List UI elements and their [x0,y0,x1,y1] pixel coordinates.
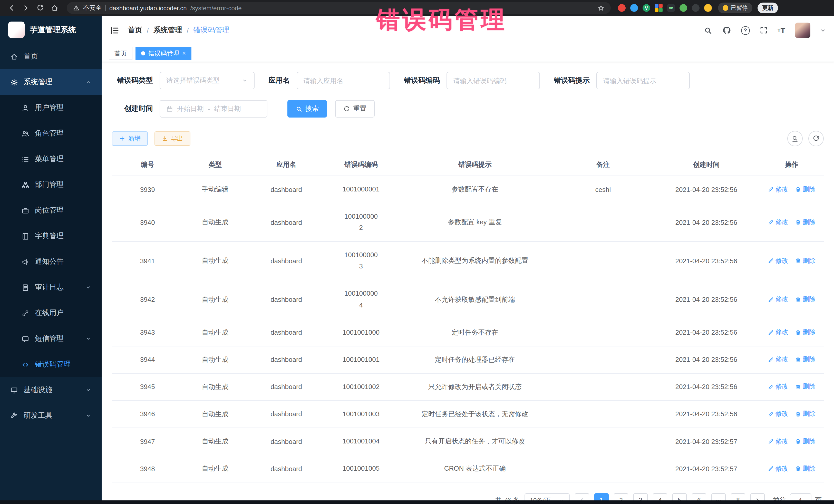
edit-link[interactable]: 修改 [768,295,788,304]
delete-link[interactable]: 删除 [795,218,815,226]
breadcrumb-home[interactable]: 首页 [128,26,153,35]
drop-extension-icon[interactable] [630,4,638,12]
topbar-actions [703,23,826,38]
delete-link[interactable]: 删除 [795,437,815,446]
fullscreen-button[interactable] [759,26,768,35]
sidebar-item-positions[interactable]: 岗位管理 [0,198,102,223]
toggle-search-button[interactable] [787,131,803,146]
edit-link[interactable]: 修改 [768,410,788,419]
back-button[interactable] [5,2,18,14]
header-search-button[interactable] [703,26,712,35]
cell-time: 2021-04-20 23:52:56 [653,319,760,346]
sidebar-item-online-users[interactable]: 在线用户 [0,300,102,326]
cell-hint: 参数配置不存在 [397,176,553,203]
sidebar-item-audit-log[interactable]: 审计日志 [0,275,102,300]
book-icon [22,232,29,240]
home-icon [50,4,58,12]
delete-link[interactable]: 删除 [795,295,815,304]
delete-link[interactable]: 删除 [795,464,815,473]
edit-link[interactable]: 修改 [768,185,788,194]
v-extension-icon[interactable] [642,4,650,12]
sidebar-item-dev-tools[interactable]: 研发工具 [0,403,102,429]
delete-link[interactable]: 删除 [795,382,815,391]
cell-remark [553,346,653,373]
trash-icon [795,411,801,417]
delete-link[interactable]: 删除 [795,328,815,337]
tab-error-codes[interactable]: 错误码管理 × [135,47,192,60]
error-code-input[interactable] [446,72,540,89]
font-size-icon[interactable] [777,26,785,35]
on-badge-extension-icon[interactable] [667,4,675,12]
sidebar-item-home[interactable]: 首页 [0,44,102,69]
sidebar-item-users[interactable]: 用户管理 [0,95,102,120]
breadcrumb-system[interactable]: 系统管理 [153,26,194,35]
collapse-sidebar-button[interactable] [110,25,119,35]
reload-button[interactable] [34,2,46,14]
sidebar-item-roles[interactable]: 角色管理 [0,120,102,146]
cell-type: 自动生成 [183,242,247,280]
delete-link[interactable]: 删除 [795,257,815,265]
edit-link[interactable]: 修改 [768,464,788,473]
close-icon[interactable]: × [182,50,186,57]
home-button[interactable] [48,2,61,14]
search-icon [295,106,302,112]
profile-emoji-icon[interactable] [704,4,712,12]
url-path: /system/error-code [191,4,242,12]
paused-badge[interactable]: 已暂停 [718,3,752,13]
address-bar[interactable]: 不安全 dashboard.yudao.iocoder.cn/system/er… [67,2,611,14]
search-button[interactable]: 搜索 [287,100,327,117]
cell-hint: 定时任务不存在 [397,319,553,346]
error-hint-input[interactable] [596,72,690,89]
delete-link[interactable]: 删除 [795,355,815,364]
chevron-down-icon[interactable] [820,27,826,33]
edit-link[interactable]: 修改 [768,328,788,337]
cell-remark [553,428,653,455]
edit-link[interactable]: 修改 [768,257,788,265]
sidebar-item-error-codes[interactable]: 错误码管理 [0,352,102,377]
sidebar-item-system[interactable]: 系统管理 [0,69,102,95]
cell-actions: 修改 删除 [760,428,824,455]
sidebar-item-dictionary[interactable]: 字典管理 [0,223,102,249]
tab-home[interactable]: 首页 [109,47,132,60]
cell-type: 自动生成 [183,280,247,319]
extensions-area [618,4,712,12]
edit-link[interactable]: 修改 [768,437,788,446]
org-tree-icon [22,181,29,189]
help-icon[interactable] [741,26,750,35]
cell-id: 3943 [112,319,183,346]
edit-link[interactable]: 修改 [768,218,788,226]
cell-code: 1001001000 [325,319,396,346]
select-placeholder: 请选择错误码类型 [166,76,220,85]
cell-type: 自动生成 [183,400,247,428]
system-submenu: 用户管理 角色管理 菜单管理 部门管理 [0,95,102,377]
pencil-icon [768,357,774,363]
forward-button[interactable] [20,2,32,14]
red-extension-icon[interactable] [618,4,626,12]
sidebar-item-departments[interactable]: 部门管理 [0,172,102,198]
sidebar-item-infrastructure[interactable]: 基础设施 [0,377,102,403]
refresh-table-button[interactable] [808,131,824,146]
edit-link[interactable]: 修改 [768,382,788,391]
update-button[interactable]: 更新 [758,3,778,13]
sidebar-item-notices[interactable]: 通知公告 [0,249,102,275]
user-avatar[interactable] [795,23,810,38]
refresh-icon [812,135,820,142]
cell-actions: 修改 删除 [760,203,824,241]
blocks-extension-icon[interactable] [655,4,663,12]
sidebar-item-menus[interactable]: 菜单管理 [0,146,102,172]
delete-link[interactable]: 删除 [795,185,815,194]
sidebar-item-sms[interactable]: 短信管理 [0,326,102,352]
edit-link[interactable]: 修改 [768,355,788,364]
bookmark-star-icon[interactable] [597,4,605,12]
add-button[interactable]: 新增 [112,131,148,146]
pin-extension-icon[interactable] [692,4,700,12]
app-name-input[interactable] [297,72,390,89]
github-button[interactable] [722,26,731,35]
date-range-picker[interactable]: 开始日期 - 结束日期 [160,100,267,117]
delete-link[interactable]: 删除 [795,410,815,419]
error-type-select[interactable]: 请选择错误码类型 [160,72,255,89]
column-header-id: 编号 [112,154,183,176]
green-extension-icon[interactable] [680,4,687,12]
export-button[interactable]: 导出 [154,131,191,146]
reset-button[interactable]: 重置 [335,100,375,117]
